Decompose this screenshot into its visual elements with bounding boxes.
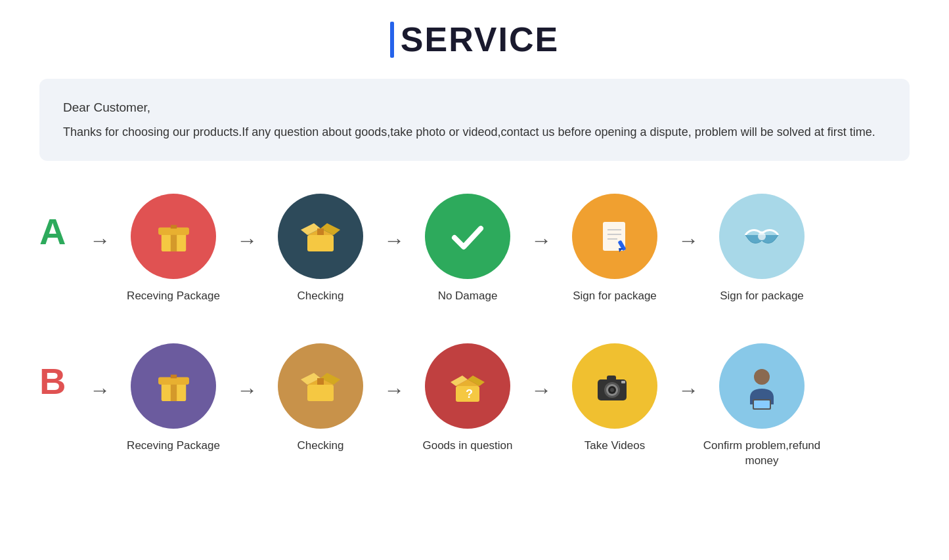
svg-rect-9 bbox=[317, 228, 324, 235]
flow-b-icon-1 bbox=[131, 343, 216, 429]
arrow-a-3: → bbox=[531, 230, 552, 251]
flow-b-label-2: Checking bbox=[298, 438, 344, 454]
page-title: SERVICE bbox=[401, 20, 559, 59]
arrow-b-2: → bbox=[384, 379, 405, 400]
notice-box: Dear Customer, Thanks for choosing our p… bbox=[39, 79, 910, 161]
flow-b-step-1: Receving Package bbox=[114, 343, 232, 454]
flow-b-icon-2 bbox=[278, 343, 363, 429]
flow-b-icon-5 bbox=[719, 343, 805, 429]
flow-b-step-2: Checking bbox=[261, 343, 380, 454]
arrow-b-0: → bbox=[89, 379, 110, 400]
arrow-b-3: → bbox=[531, 379, 552, 400]
arrow-b-4: → bbox=[678, 379, 699, 400]
svg-rect-41 bbox=[754, 400, 770, 408]
flow-b-icon-3: ? bbox=[425, 343, 510, 429]
svg-rect-22 bbox=[307, 385, 334, 401]
arrow-b-1: → bbox=[236, 379, 257, 400]
flow-a-label-2: Checking bbox=[298, 288, 344, 304]
arrow-a-1: → bbox=[236, 230, 257, 251]
arrow-a-2: → bbox=[384, 230, 405, 251]
flow-b-label-1: Receving Package bbox=[127, 438, 220, 454]
svg-rect-37 bbox=[607, 376, 616, 381]
svg-rect-4 bbox=[170, 225, 176, 229]
flow-b-icon-4 bbox=[572, 343, 657, 429]
svg-rect-21 bbox=[170, 375, 176, 379]
svg-point-36 bbox=[610, 388, 614, 392]
flow-b-label-5: Confirm problem,refund money bbox=[703, 438, 821, 469]
flow-a-label-5: Sign for package bbox=[720, 288, 804, 304]
title-accent-bar bbox=[390, 22, 394, 58]
arrow-a-4: → bbox=[678, 230, 699, 251]
flow-a-icon-5 bbox=[719, 194, 805, 279]
svg-point-39 bbox=[754, 369, 770, 385]
flow-a-letter: A bbox=[39, 213, 79, 250]
flow-a-icon-1 bbox=[131, 194, 216, 279]
page-title-section: SERVICE bbox=[39, 20, 910, 59]
flow-a-icon-2 bbox=[278, 194, 363, 279]
flow-a-step-3: No Damage bbox=[408, 194, 527, 304]
flow-b-letter: B bbox=[39, 363, 79, 400]
flow-b-label-4: Take Videos bbox=[585, 438, 645, 454]
flow-a-step-1: Receving Package bbox=[114, 194, 232, 304]
flow-a-section: A → Receving Package → Checking bbox=[39, 194, 910, 304]
flow-a-label-3: No Damage bbox=[438, 288, 498, 304]
arrow-a-0: → bbox=[89, 230, 110, 251]
flow-a-step-5: Sign for package bbox=[703, 194, 821, 304]
notice-body: Thanks for choosing our products.If any … bbox=[63, 122, 886, 142]
flow-b-section: B → Receving Package → Checking bbox=[39, 343, 910, 469]
svg-rect-26 bbox=[317, 378, 324, 385]
svg-point-16 bbox=[758, 232, 766, 240]
flow-b-label-3: Goods in question bbox=[422, 438, 512, 454]
flow-a-label-4: Sign for package bbox=[573, 288, 657, 304]
flow-a-label-1: Receving Package bbox=[127, 288, 220, 304]
svg-rect-38 bbox=[621, 381, 625, 383]
flow-a-icon-3 bbox=[425, 194, 510, 279]
flow-b-step-3: ? Goods in question bbox=[408, 343, 527, 454]
flow-a-icon-4 bbox=[572, 194, 657, 279]
svg-rect-5 bbox=[307, 235, 334, 251]
svg-text:?: ? bbox=[466, 387, 473, 400]
flow-a-step-4: Sign for package bbox=[556, 194, 674, 304]
flow-b-step-4: Take Videos bbox=[556, 343, 674, 454]
flow-b-step-5: Confirm problem,refund money bbox=[703, 343, 821, 469]
notice-dear: Dear Customer, bbox=[63, 97, 886, 118]
flow-a-step-2: Checking bbox=[261, 194, 380, 304]
